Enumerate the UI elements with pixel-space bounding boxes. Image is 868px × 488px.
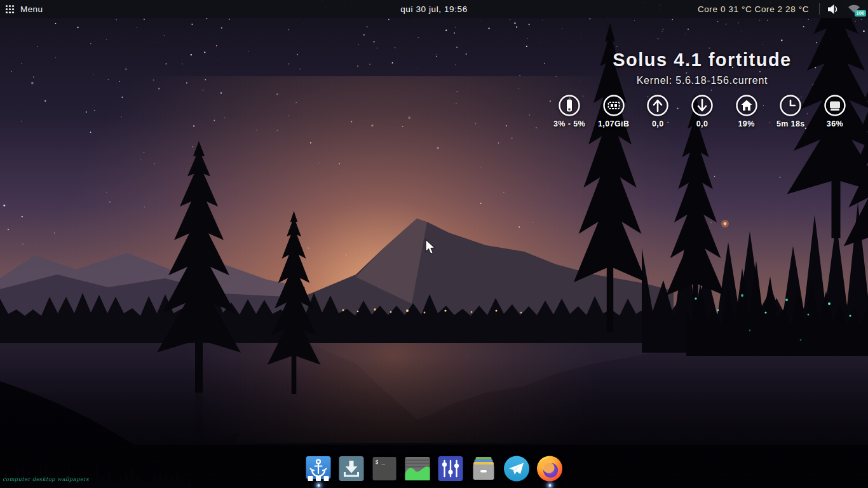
paper-plane-icon — [503, 454, 531, 483]
conky-system-widget: Solus 4.1 fortitude Kernel: 5.6.18-156.c… — [548, 50, 857, 128]
terminal-icon: $ _ — [370, 454, 399, 483]
system-stats-row: 3% - 5% 1,07GiB 0,0 0,0 — [548, 94, 857, 128]
dock-item-budgie-settings[interactable] — [437, 454, 465, 483]
network-applet[interactable]: 100 — [843, 0, 865, 18]
cpu-temp-applet[interactable]: Core 0 31 °C Core 2 28 °C — [698, 4, 815, 14]
download-tray-icon — [337, 454, 366, 483]
sliders-icon — [437, 454, 465, 483]
dock-item-system-monitor[interactable] — [403, 454, 432, 483]
disk-usage-stat: 36% — [815, 94, 855, 128]
speaker-icon — [827, 4, 839, 15]
running-indicator — [548, 484, 551, 487]
dock-item-telegram[interactable] — [503, 454, 531, 483]
upload-arrow-icon — [646, 94, 669, 117]
anchor-icon — [304, 454, 333, 483]
memory-stat: 1,07GiB — [593, 94, 634, 128]
top-panel: Menu qui 30 jul, 19:56 Core 0 31 °C Core… — [0, 0, 868, 18]
dock-item-software-center[interactable] — [337, 454, 366, 483]
svg-text:$ _: $ _ — [376, 459, 386, 465]
uptime-stat: 5m 18s — [770, 94, 811, 128]
green-graph-icon — [403, 454, 432, 483]
planet — [724, 222, 727, 226]
dock-item-file-manager[interactable] — [470, 454, 498, 483]
cpu-usage-stat: 3% - 5% — [549, 94, 590, 128]
home-usage-stat: 19% — [726, 94, 767, 128]
kernel-version: Kernel: 5.6.18-156.current — [548, 75, 857, 86]
download-arrow-icon — [691, 94, 714, 117]
download-stat: 0,0 — [682, 94, 722, 128]
wifi-strength-badge: 100 — [855, 10, 866, 17]
desktop: computer desktop wallpapers Menu qui 30 … — [0, 0, 868, 488]
cpu-usage-icon — [558, 94, 581, 117]
uptime-clock-icon — [779, 94, 802, 117]
dock-item-firefox[interactable] — [536, 454, 564, 483]
file-cabinet-icon — [470, 454, 498, 483]
os-name: Solus 4.1 fortitude — [548, 50, 857, 71]
dock-item-terminal[interactable]: $ _ — [370, 454, 399, 483]
panel-separator — [819, 3, 820, 15]
home-icon — [735, 94, 758, 117]
disk-icon — [824, 94, 846, 117]
wallpaper-watermark: computer desktop wallpapers — [3, 476, 89, 482]
memory-icon — [602, 94, 625, 117]
volume-applet[interactable] — [824, 0, 843, 18]
plank-dock: $ _ — [304, 454, 564, 483]
dock-item-plank-preferences[interactable] — [304, 454, 333, 483]
firefox-icon — [536, 454, 564, 483]
upload-stat: 0,0 — [637, 94, 678, 128]
running-indicator — [317, 484, 320, 487]
